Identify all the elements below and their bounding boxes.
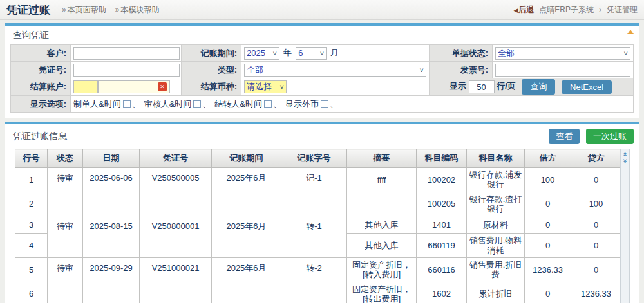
- display-option-label: 显示外币: [285, 99, 319, 109]
- cell-debit: 0: [525, 216, 571, 234]
- rows-suffix-label: 行/页: [497, 81, 516, 91]
- period-label: 记账期间:: [182, 45, 242, 62]
- breadcrumb-separator-icon: ›: [599, 5, 601, 14]
- query-panel-title: 查询凭证: [5, 26, 639, 44]
- cell-date: 2025-09-29: [83, 257, 140, 303]
- cell-voucher[interactable]: V250800001: [140, 216, 212, 258]
- clear-account-icon[interactable]: ✕: [158, 82, 167, 91]
- display-option-checkbox[interactable]: [321, 100, 328, 108]
- column-header-8: 科目编码: [417, 149, 467, 168]
- cell-no: 3: [15, 216, 48, 234]
- period-month-value: 6: [298, 48, 303, 58]
- collapse-panel-icon[interactable]: [627, 30, 634, 34]
- cell-period: 2025年6月: [212, 216, 281, 258]
- type-value: 全部: [247, 64, 263, 76]
- module-help-label: 本模块帮助: [120, 5, 159, 14]
- breadcrumb-current[interactable]: 凭证管理: [607, 5, 638, 15]
- scroll-down-icon[interactable]: »: [622, 157, 629, 165]
- post-button[interactable]: 一次过账: [586, 129, 634, 144]
- cell-voucher[interactable]: V251000021: [140, 257, 212, 303]
- display-option-checkbox[interactable]: [193, 100, 201, 108]
- display-option-label: 制单人&时间: [73, 99, 121, 109]
- cell-summary: [347, 192, 417, 216]
- posting-panel-header: 凭证过账信息 查看 一次过账: [5, 124, 639, 149]
- cell-summary: 其他入库: [347, 234, 417, 258]
- display-option: 结转人&时间、: [214, 99, 281, 109]
- cell-summary: 其他入库: [347, 216, 417, 234]
- cell-word: 转-2: [281, 257, 347, 303]
- doc-status-select[interactable]: 全部˅: [495, 47, 630, 60]
- display-option-label: 审核人&时间: [144, 99, 192, 109]
- display-option-label: 结转人&时间: [214, 99, 262, 109]
- cell-date: 2025-06-06: [83, 168, 140, 216]
- page-help-link[interactable]: »本页面帮助: [62, 5, 106, 15]
- display-options: 制单人&时间、审核人&时间、结转人&时间、显示外币、: [71, 96, 634, 113]
- back-button[interactable]: ◀后退: [513, 5, 534, 15]
- display-option: 审核人&时间、: [144, 99, 211, 109]
- chevron-down-icon: ˅: [624, 50, 628, 57]
- view-button[interactable]: 查看: [549, 129, 580, 144]
- table-scrollbar[interactable]: « »: [620, 149, 630, 303]
- cell-code: 100205: [417, 192, 467, 216]
- doc-status-label: 单据状态:: [430, 45, 493, 62]
- breadcrumb-app[interactable]: 点晴ERP子系统: [539, 5, 594, 15]
- cell-code: 1401: [417, 216, 467, 234]
- voucher-no-label: 凭证号:: [11, 62, 71, 78]
- query-button[interactable]: 查询: [522, 79, 555, 95]
- top-right-nav: ◀后退 点晴ERP子系统 › 凭证管理: [513, 5, 638, 15]
- voucher-no-input[interactable]: [73, 64, 180, 77]
- rows-per-page-input[interactable]: [469, 80, 495, 93]
- cell-voucher[interactable]: V250500005: [140, 168, 212, 216]
- table-row: 3待审2025-08-15V2508000012025年6月转-1其他入库140…: [15, 216, 621, 234]
- cell-debit: 100: [525, 168, 571, 192]
- period-year-select[interactable]: 2025˅: [244, 47, 279, 60]
- cell-name: 销售费用.物料消耗: [467, 234, 525, 258]
- display-option-checkbox[interactable]: [123, 100, 131, 108]
- type-label: 类型:: [182, 62, 242, 78]
- posting-table-wrap: 行号状态日期凭证号记账期间记账字号摘要科目编码科目名称借方贷方 1待审2025-…: [15, 149, 630, 303]
- settle-currency-select[interactable]: 请选择˅: [244, 80, 287, 93]
- table-row: 5待审2025-09-29V2510000212025年6月转-2固定资产折旧，…: [15, 257, 621, 282]
- cell-summary: 固定资产折旧，[转出费用]: [347, 282, 417, 303]
- column-header-10: 借方: [525, 149, 571, 168]
- display-options-label: 显示选项:: [11, 96, 71, 113]
- column-header-7: 摘要: [347, 149, 417, 168]
- settle-account-code-input[interactable]: [73, 80, 98, 93]
- display-option-checkbox[interactable]: [264, 100, 272, 108]
- posting-panel-title: 凭证过账信息: [5, 127, 75, 145]
- type-select[interactable]: 全部˅: [244, 64, 426, 77]
- cell-date: 2025-08-15: [83, 216, 140, 258]
- cell-code: 660119: [417, 234, 467, 258]
- cell-no: 4: [15, 234, 48, 258]
- invoice-no-input[interactable]: [495, 64, 630, 77]
- table-row: 1待审2025-06-06V2505000052025年6月记-1ffff100…: [15, 168, 621, 192]
- customer-input[interactable]: [73, 47, 180, 60]
- double-arrow-icon: »: [62, 5, 66, 14]
- posting-panel: 凭证过账信息 查看 一次过账 行号状态日期凭证号记账期间记账字号摘要科目编码科目…: [5, 122, 639, 303]
- netexcel-button[interactable]: NetExcel: [562, 80, 612, 94]
- settle-currency-value: 请选择: [247, 81, 272, 93]
- cell-credit: 100: [571, 192, 621, 216]
- doc-status-value: 全部: [498, 48, 515, 59]
- column-header-4: 凭证号: [140, 149, 212, 168]
- customer-label: 客户:: [11, 45, 71, 62]
- cell-name: 银行存款.渣打银行: [467, 192, 525, 216]
- period-year-value: 2025: [247, 48, 265, 58]
- cell-no: 2: [15, 192, 48, 216]
- page-size-cell: 显示 行/页 查询 NetExcel: [430, 78, 634, 96]
- chevron-down-icon: ˅: [320, 50, 324, 57]
- double-arrow-icon: »: [115, 5, 120, 14]
- cell-summary: ffff: [347, 168, 417, 192]
- display-option: 显示外币、: [285, 99, 338, 109]
- posting-table: 行号状态日期凭证号记账期间记账字号摘要科目编码科目名称借方贷方 1待审2025-…: [15, 149, 621, 303]
- cell-no: 5: [15, 257, 48, 282]
- cell-debit: 0: [525, 234, 571, 258]
- cell-status: 待审: [48, 168, 83, 216]
- cell-credit: 0: [571, 234, 621, 258]
- cell-credit: 0: [571, 168, 621, 192]
- module-help-link[interactable]: »本模块帮助: [115, 5, 160, 15]
- page-help-label: 本页面帮助: [68, 5, 106, 14]
- option-separator: 、: [330, 99, 338, 109]
- column-header-6: 记账字号: [281, 149, 347, 168]
- period-month-select[interactable]: 6˅: [296, 47, 327, 60]
